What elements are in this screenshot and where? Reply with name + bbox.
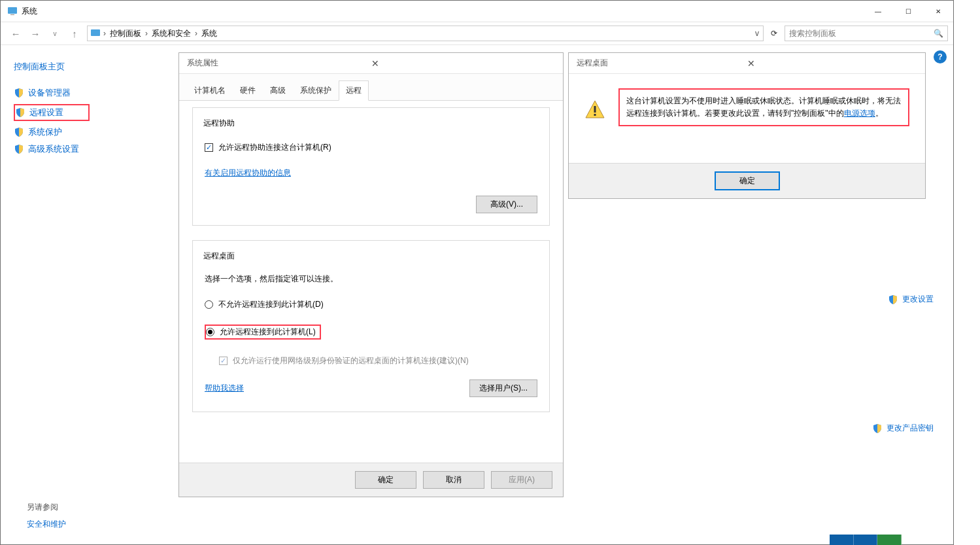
- remote-assistance-group: 远程协助 ✓ 允许远程协助连接这台计算机(R) 有关启用远程协助的信息 高级(V…: [192, 107, 550, 226]
- system-properties-dialog: 系统属性 ✕ 计算机名 硬件 高级 系统保护 远程 远程协助 ✓ 允许远程协助连…: [178, 52, 564, 497]
- checkbox-icon: ✓: [219, 357, 228, 365]
- tab-advanced[interactable]: 高级: [263, 80, 293, 100]
- tab-strip: 计算机名 硬件 高级 系统保护 远程: [179, 74, 563, 101]
- shield-icon: [15, 107, 25, 118]
- change-settings-link[interactable]: 更改设置: [888, 294, 934, 305]
- svg-rect-1: [10, 14, 14, 15]
- tab-hardware[interactable]: 硬件: [233, 80, 263, 100]
- message-title-bar: 远程桌面 ✕: [569, 53, 925, 74]
- nav-recent-button[interactable]: v: [45, 30, 65, 37]
- shield-icon: [14, 144, 24, 154]
- tab-body-remote: 远程协助 ✓ 允许远程协助连接这台计算机(R) 有关启用远程协助的信息 高级(V…: [179, 101, 563, 463]
- tab-computer-name[interactable]: 计算机名: [187, 80, 233, 100]
- search-input[interactable]: 搜索控制面板 🔍: [785, 26, 948, 41]
- crumb-control-panel[interactable]: 控制面板: [107, 28, 144, 39]
- sidebar-item-remote-settings[interactable]: 远程设置: [14, 104, 90, 121]
- dialog-footer: 确定 取消 应用(A): [179, 463, 563, 497]
- tab-system-protection[interactable]: 系统保护: [293, 80, 339, 100]
- nla-checkbox[interactable]: ✓ 仅允许运行使用网络级别身份验证的远程桌面的计算机连接(建议)(N): [219, 355, 537, 366]
- control-panel-home-link[interactable]: 控制面板主页: [14, 61, 156, 73]
- radio-icon: [206, 328, 214, 336]
- dialog-title-bar: 系统属性 ✕: [179, 53, 563, 74]
- crumb-system[interactable]: 系统: [199, 28, 220, 39]
- taskbar-fragment: [830, 535, 902, 545]
- system-icon: [90, 28, 101, 39]
- power-options-link[interactable]: 电源选项: [844, 109, 875, 118]
- remote-desktop-message-dialog: 远程桌面 ✕ 这台计算机设置为不使用时进入睡眠或休眠状态。计算机睡眠或休眠时，将…: [568, 52, 926, 199]
- refresh-button[interactable]: ⟳: [766, 26, 782, 41]
- chevron-right-icon: ›: [102, 29, 107, 38]
- title-bar: 系统 — ☐ ✕: [1, 1, 953, 22]
- maximize-button[interactable]: ☐: [893, 1, 923, 22]
- svg-rect-4: [594, 114, 596, 116]
- sidebar-item-system-protection[interactable]: 系统保护: [14, 126, 156, 138]
- chevron-right-icon: ›: [194, 29, 199, 38]
- chevron-down-icon[interactable]: v: [754, 29, 760, 38]
- sidebar-item-label: 高级系统设置: [28, 143, 79, 155]
- tab-remote[interactable]: 远程: [339, 80, 369, 101]
- nav-forward-button[interactable]: →: [25, 28, 45, 39]
- radio-disallow-remote[interactable]: 不允许远程连接到此计算机(D): [205, 299, 537, 310]
- window-title: 系统: [22, 6, 863, 17]
- sidebar-item-label: 系统保护: [28, 126, 62, 138]
- radio-icon: [205, 300, 213, 309]
- message-ok-button[interactable]: 确定: [715, 171, 780, 190]
- change-product-key-link[interactable]: 更改产品密钥: [872, 423, 934, 434]
- shield-icon: [14, 88, 24, 98]
- remote-desktop-group: 远程桌面 选择一个选项，然后指定谁可以连接。 不允许远程连接到此计算机(D) 允…: [192, 240, 550, 412]
- message-title: 远程桌面: [577, 58, 743, 69]
- remote-assistance-advanced-button[interactable]: 高级(V)...: [476, 196, 537, 213]
- message-footer: 确定: [569, 163, 925, 198]
- sidebar-item-label: 远程设置: [29, 107, 63, 118]
- warning-icon: [584, 99, 605, 120]
- radio-allow-remote[interactable]: 允许远程连接到此计算机(L): [205, 325, 321, 340]
- search-icon: 🔍: [934, 29, 943, 38]
- shield-icon: [872, 423, 883, 434]
- sidebar: 控制面板主页 设备管理器 远程设置 系统保护 高级系统设置 另请参阅 安全和维护: [1, 45, 169, 544]
- dialog-title: 系统属性: [187, 58, 367, 69]
- svg-rect-0: [8, 7, 17, 14]
- cancel-button[interactable]: 取消: [423, 471, 484, 489]
- help-button[interactable]: ?: [934, 50, 947, 63]
- shield-icon: [14, 127, 24, 137]
- shield-icon: [888, 294, 898, 305]
- nav-bar: ← → v ↑ › 控制面板 › 系统和安全 › 系统 v ⟳ 搜索控制面板 🔍: [1, 22, 953, 45]
- message-close-button[interactable]: ✕: [743, 58, 918, 69]
- minimize-button[interactable]: —: [863, 1, 893, 22]
- select-users-button[interactable]: 选择用户(S)...: [469, 379, 537, 397]
- nav-back-button[interactable]: ←: [6, 28, 25, 39]
- remote-desktop-legend: 远程桌面: [199, 251, 239, 262]
- sidebar-item-advanced-settings[interactable]: 高级系统设置: [14, 143, 156, 155]
- crumb-system-security[interactable]: 系统和安全: [149, 28, 194, 39]
- security-maintenance-link[interactable]: 安全和维护: [27, 519, 66, 530]
- svg-rect-3: [594, 106, 596, 113]
- message-text: 这台计算机设置为不使用时进入睡眠或休眠状态。计算机睡眠或休眠时，将无法远程连接到…: [618, 88, 909, 126]
- chevron-right-icon: ›: [144, 29, 149, 38]
- remote-desktop-instruction: 选择一个选项，然后指定谁可以连接。: [205, 273, 537, 285]
- allow-remote-assistance-checkbox[interactable]: ✓ 允许远程协助连接这台计算机(R): [205, 142, 537, 153]
- svg-rect-2: [91, 29, 100, 36]
- dialog-close-button[interactable]: ✕: [367, 58, 556, 69]
- help-me-choose-link[interactable]: 帮助我选择: [205, 383, 244, 394]
- sidebar-item-device-manager[interactable]: 设备管理器: [14, 87, 156, 99]
- checkbox-icon: ✓: [205, 143, 213, 152]
- nav-up-button[interactable]: ↑: [65, 28, 84, 39]
- ok-button[interactable]: 确定: [355, 471, 416, 489]
- sidebar-item-label: 设备管理器: [28, 87, 71, 99]
- remote-assistance-legend: 远程协助: [199, 118, 239, 129]
- apply-button[interactable]: 应用(A): [491, 471, 552, 489]
- see-also-header: 另请参阅: [27, 502, 58, 513]
- breadcrumb[interactable]: › 控制面板 › 系统和安全 › 系统 v: [87, 26, 764, 41]
- system-icon: [7, 6, 18, 16]
- close-button[interactable]: ✕: [923, 1, 953, 22]
- search-placeholder: 搜索控制面板: [789, 28, 934, 39]
- remote-assistance-info-link[interactable]: 有关启用远程协助的信息: [205, 168, 291, 177]
